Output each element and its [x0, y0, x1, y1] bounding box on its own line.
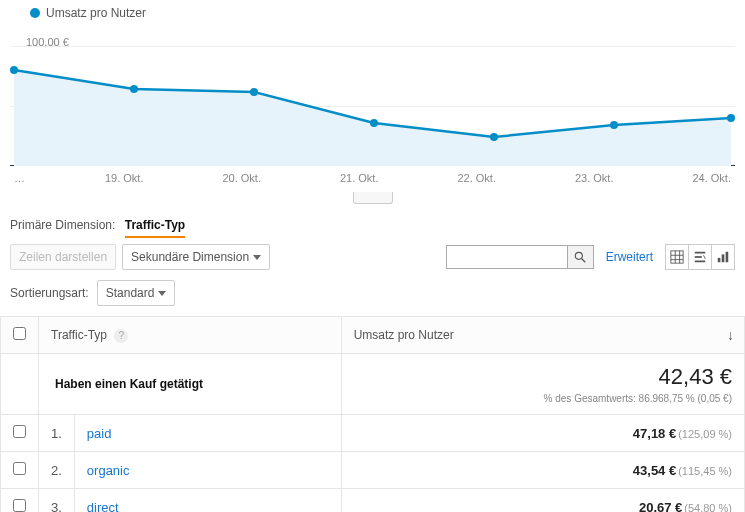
svg-rect-20: [726, 252, 729, 263]
chart-area: [14, 70, 731, 166]
summary-subtext: % des Gesamtwerts: 86.968,75 % (0,05 €): [354, 393, 732, 404]
col-header-dimension[interactable]: Traffic-Typ ?: [39, 317, 342, 354]
search-input[interactable]: [447, 246, 567, 268]
view-table-button[interactable]: [665, 244, 689, 270]
sort-label: Sortierungsart:: [10, 286, 89, 300]
search-box: [446, 245, 594, 269]
table-row: 1. paid 47,18 €(125,09 %): [1, 415, 745, 452]
row-checkbox[interactable]: [13, 425, 26, 438]
primary-dimension: Primäre Dimension: Traffic-Typ: [0, 204, 745, 238]
table-row: 3. direct 20,67 €(54,80 %): [1, 489, 745, 513]
svg-point-7: [575, 252, 582, 259]
segment-label: Haben einen Kauf getätigt: [39, 354, 342, 415]
row-label[interactable]: direct: [74, 489, 341, 513]
svg-rect-9: [671, 251, 683, 263]
table-row: 2. organic 43,54 €(115,45 %): [1, 452, 745, 489]
line-chart: 100,00 € 50,00 € … 19. Okt. 20. Okt. 21.…: [10, 24, 735, 184]
sort-type-dropdown[interactable]: Standard: [97, 280, 176, 306]
svg-point-1: [130, 85, 138, 93]
svg-point-6: [727, 114, 735, 122]
chart-collapse-handle[interactable]: [353, 192, 393, 204]
summary-value: 42,43 €: [354, 364, 732, 390]
svg-rect-19: [722, 254, 725, 262]
col-header-metric[interactable]: Umsatz pro Nutzer ↓: [341, 317, 744, 354]
search-button[interactable]: [567, 246, 593, 268]
sort-down-icon: ↓: [727, 327, 734, 343]
help-icon[interactable]: ?: [114, 329, 128, 343]
legend-dot-icon: [30, 8, 40, 18]
view-toggle-group: [665, 244, 735, 270]
row-checkbox[interactable]: [13, 462, 26, 475]
chart-legend: Umsatz pro Nutzer: [0, 0, 745, 20]
svg-point-3: [370, 119, 378, 127]
data-table: Traffic-Typ ? Umsatz pro Nutzer ↓ Haben …: [0, 316, 745, 512]
row-checkbox[interactable]: [13, 499, 26, 512]
row-label[interactable]: organic: [74, 452, 341, 489]
bars-icon: [716, 250, 730, 264]
advanced-link[interactable]: Erweitert: [606, 250, 653, 264]
svg-point-4: [490, 133, 498, 141]
table-icon: [670, 250, 684, 264]
search-icon: [573, 250, 587, 264]
secondary-dimension-dropdown[interactable]: Sekundäre Dimension: [122, 244, 270, 270]
primary-dimension-value[interactable]: Traffic-Typ: [125, 218, 185, 238]
view-performance-button[interactable]: [711, 244, 735, 270]
svg-rect-18: [718, 258, 721, 262]
svg-point-5: [610, 121, 618, 129]
x-axis-labels: … 19. Okt. 20. Okt. 21. Okt. 22. Okt. 23…: [10, 172, 735, 184]
svg-line-8: [582, 259, 586, 263]
percentage-icon: [693, 250, 707, 264]
row-label[interactable]: paid: [74, 415, 341, 452]
svg-point-2: [250, 88, 258, 96]
select-all-checkbox[interactable]: [13, 327, 26, 340]
chevron-down-icon: [158, 291, 166, 296]
chevron-down-icon: [253, 255, 261, 260]
svg-point-0: [10, 66, 18, 74]
plot-rows-button: Zeilen darstellen: [10, 244, 116, 270]
legend-label: Umsatz pro Nutzer: [46, 6, 146, 20]
svg-line-17: [704, 255, 706, 259]
view-percentage-button[interactable]: [688, 244, 712, 270]
